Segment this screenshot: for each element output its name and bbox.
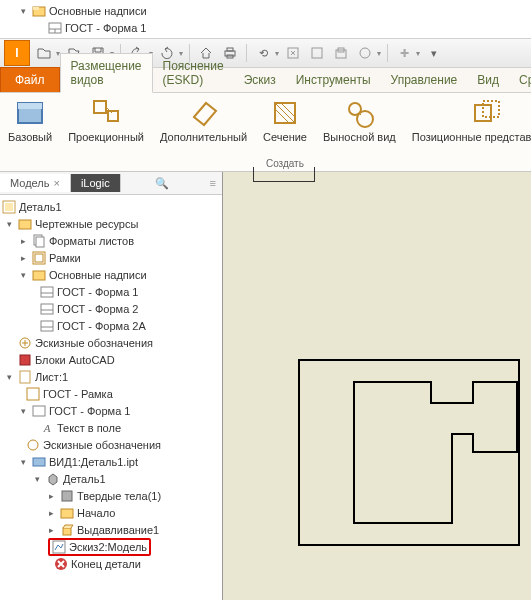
app-menu-button[interactable]: I [4,40,30,66]
tree-sketch-symbols2[interactable]: Эскизные обозначения [0,436,222,453]
svg-rect-38 [41,304,53,314]
tree-tb1[interactable]: ГОСТ - Форма 1 [0,283,222,300]
svg-rect-14 [18,103,42,109]
tree-frames[interactable]: ▸Рамки [0,249,222,266]
tree-autocad-blocks[interactable]: Блоки AutoCAD [0,351,222,368]
sheet-icon [18,370,32,384]
base-view-button[interactable]: Базовый [8,97,52,143]
tab-tools[interactable]: Инструменты [286,68,381,92]
section-view-button[interactable]: Сечение [263,97,307,143]
tree-view1[interactable]: ▾ВИД1:Деталь1.ipt [0,453,222,470]
ribbon-tabs: Файл Размещение видов Пояснение (ESKD) Э… [0,68,531,93]
tree-sketch2[interactable]: Эскиз2:Модель [0,538,222,555]
frame-icon [26,387,40,401]
close-icon[interactable]: × [53,177,59,189]
sheets-icon [32,234,46,248]
sketch-symbol-icon [26,438,40,452]
tree-gost-frame[interactable]: ГОСТ - Рамка [0,385,222,402]
tab-env[interactable]: Сред [509,68,531,92]
qat-icon-1[interactable]: ⟲ [253,43,273,63]
tree-label: ГОСТ - Форма 1 [65,22,146,34]
tree-root[interactable]: Деталь1 [0,198,222,215]
collapse-icon[interactable]: ▾ [18,270,29,280]
ribbon-group-create: Базовый Проекционный Дополнительный Сече… [0,93,531,171]
view-icon [32,455,46,469]
browser-tab-ilogic[interactable]: iLogic [71,174,121,192]
tree-part1[interactable]: ▾Деталь1 [0,470,222,487]
svg-rect-46 [33,406,45,416]
tree-drawing-resources[interactable]: ▾Чертежные ресурсы [0,215,222,232]
svg-rect-48 [33,458,45,466]
tree-solids[interactable]: ▸Твердые тела(1) [0,487,222,504]
tree-row-parent[interactable]: ▾ Основные надписи [18,2,531,19]
open-icon[interactable] [34,43,54,63]
detail-view-button[interactable]: Выносной вид [323,97,396,143]
svg-rect-52 [53,541,65,553]
svg-rect-29 [5,203,13,211]
add-icon[interactable]: ✚ [394,43,414,63]
tab-annotate[interactable]: Пояснение (ESKD) [153,54,234,92]
more-icon[interactable]: ▾ [424,43,444,63]
svg-rect-1 [33,7,39,10]
qat-icon-5[interactable] [355,43,375,63]
drawing-canvas[interactable] [223,172,531,600]
tree-tb2[interactable]: ГОСТ - Форма 2 [0,300,222,317]
collapse-icon[interactable]: ▾ [18,406,29,416]
collapse-icon[interactable]: ▾ [18,457,29,467]
projected-view-button[interactable]: Проекционный [68,97,144,143]
tree-title-blocks[interactable]: ▾Основные надписи [0,266,222,283]
svg-rect-15 [94,101,106,113]
expand-icon[interactable]: ▸ [46,525,57,535]
tree-form1[interactable]: ▾ГОСТ - Форма 1 [0,402,222,419]
collapse-icon[interactable]: ▾ [32,474,43,484]
tree-sketch-symbols[interactable]: Эскизные обозначения [0,334,222,351]
expand-icon[interactable]: ▸ [18,253,29,263]
expand-icon[interactable]: ▸ [46,508,57,518]
tree-end-of-part[interactable]: Конец детали [0,555,222,572]
workspace: Модель× iLogic 🔍 ≡ Деталь1 ▾Чертежные ре… [0,172,531,600]
tree-sheet1[interactable]: ▾Лист:1 [0,368,222,385]
tree-origin[interactable]: ▸Начало [0,504,222,521]
svg-rect-6 [227,48,233,51]
titleblock-icon [32,404,46,418]
svg-rect-44 [20,371,30,383]
expand-icon[interactable]: ▸ [18,236,29,246]
model-browser: Модель× iLogic 🔍 ≡ Деталь1 ▾Чертежные ре… [0,172,223,600]
aux-view-button[interactable]: Дополнительный [160,97,247,143]
sketch-icon [52,540,66,554]
tree-row-child[interactable]: ГОСТ - Форма 1 [18,19,531,36]
acad-icon [18,353,32,367]
tree-label: Основные надписи [49,5,147,17]
tab-sketch[interactable]: Эскиз [234,68,286,92]
svg-rect-49 [62,491,72,501]
extrude-icon [60,523,74,537]
file-tab[interactable]: Файл [0,67,60,92]
origin-icon [60,506,74,520]
qat-icon-3[interactable] [307,43,327,63]
folder-icon [32,4,46,18]
browser-tab-model[interactable]: Модель× [0,174,71,192]
tree-tb2a[interactable]: ГОСТ - Форма 2А [0,317,222,334]
tree-sheet-formats[interactable]: ▸Форматы листов [0,232,222,249]
svg-point-47 [28,440,38,450]
tab-view[interactable]: Вид [467,68,509,92]
tab-views[interactable]: Размещение видов [60,53,153,93]
expand-icon[interactable]: ▸ [46,491,57,501]
search-icon[interactable]: 🔍 [155,177,169,190]
tree-extrude[interactable]: ▸Выдавливание1 [0,521,222,538]
svg-rect-50 [61,509,73,518]
svg-rect-36 [41,287,53,297]
collapse-icon[interactable]: ▾ [4,372,15,382]
tab-manage[interactable]: Управление [381,68,468,92]
svg-rect-45 [27,388,39,400]
menu-icon[interactable]: ≡ [210,177,216,189]
collapse-icon[interactable]: ▾ [4,219,15,229]
svg-rect-16 [108,111,118,121]
svg-rect-43 [20,355,30,365]
titleblock-icon [48,21,62,35]
collapse-icon[interactable]: ▾ [18,5,29,16]
qat-icon-4[interactable] [331,43,351,63]
qat-icon-2[interactable] [283,43,303,63]
tree-text-field[interactable]: AТекст в поле [0,419,222,436]
overlay-view-button[interactable]: Позиционные представления [412,97,531,143]
